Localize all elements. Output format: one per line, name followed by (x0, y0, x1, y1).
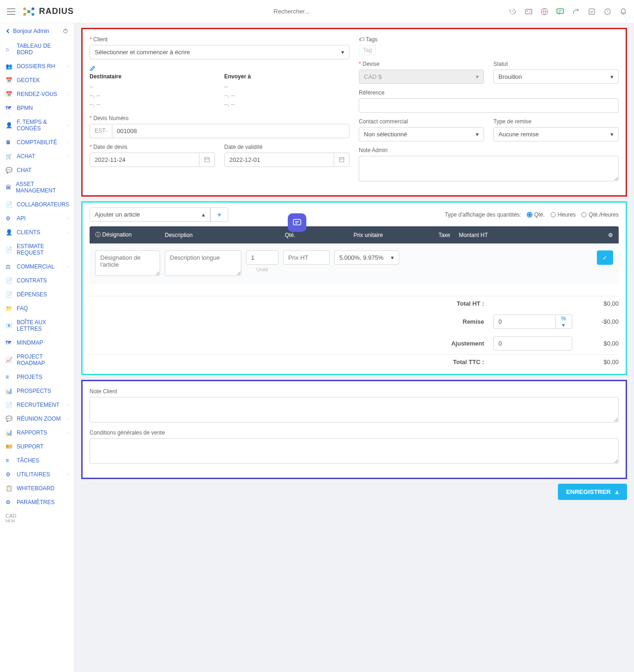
nav-item[interactable]: 👥DOSSIERS RH‹ (0, 59, 74, 73)
note-admin-input[interactable] (359, 156, 619, 181)
panel-items: Ajouter un article▴ ＋ Type d'affichage d… (81, 201, 627, 375)
nav-item[interactable]: 💬RÉUNION ZOOM‹ (0, 412, 74, 426)
radio-qty-hours[interactable]: Qté./Heures (581, 211, 619, 218)
nav-item[interactable]: ≡PROJETS (0, 370, 74, 384)
nav-item[interactable]: 📊PROSPECTS (0, 384, 74, 398)
nav-item[interactable]: 📄CONTRATS (0, 274, 74, 288)
chat-fab-icon[interactable] (288, 213, 306, 232)
nav-label: F. TEMPS & CONGÉS (17, 119, 68, 132)
globe-icon[interactable] (541, 8, 548, 15)
clock-icon[interactable] (604, 8, 611, 15)
nav-item[interactable]: ⌂TABLEAU DE BORD (0, 39, 74, 59)
nav-item[interactable]: 📧BOÎTE AUX LETTRES (0, 315, 74, 336)
nav-label: PROJETS (17, 374, 42, 380)
nav-item[interactable]: 📋WHITEBOARD (0, 481, 74, 495)
nav-item[interactable]: 🛒ACHAT‹ (0, 149, 74, 163)
chat-icon[interactable] (556, 8, 564, 15)
nav-label: BPMN (17, 105, 33, 111)
nav-item[interactable]: 📅GEOTEK (0, 73, 74, 87)
nav-icon: 📅 (6, 91, 12, 97)
status-select[interactable]: Brouillon▾ (493, 70, 619, 84)
nav-item[interactable]: 📄COLLABORATEURS‹ (0, 198, 74, 211)
contact-select[interactable]: Non sélectionné▾ (359, 127, 484, 141)
ref-input[interactable] (359, 98, 619, 113)
nav-label: API (17, 215, 26, 222)
nav-item[interactable]: ⚙PARAMÈTRES (0, 495, 74, 509)
date-valid-input[interactable] (224, 153, 334, 167)
nav-item[interactable]: ⚙UTILITAIRES‹ (0, 467, 74, 481)
bell-icon[interactable] (620, 8, 627, 15)
logo-mark-icon (22, 5, 35, 18)
tag-input[interactable]: Tag (359, 45, 376, 55)
nav-item[interactable]: 🎫SUPPORT (0, 440, 74, 454)
nav-item[interactable]: 🗺MINDMAP (0, 336, 74, 350)
save-button[interactable]: ENREGISTRER ▴ (558, 484, 627, 500)
radio-hours[interactable]: Heures (550, 211, 576, 218)
svg-rect-12 (205, 158, 209, 162)
item-price-input[interactable] (283, 250, 330, 265)
discount-input[interactable] (493, 314, 556, 329)
radio-qty[interactable]: Qté. (527, 211, 545, 218)
nav-item[interactable]: 📊RAPPORTS‹ (0, 426, 74, 440)
footer-currency: CAD (6, 513, 68, 518)
nav-item[interactable]: 🖩COMPTABILITÉ‹ (0, 135, 74, 149)
app-name: RADIUS (39, 6, 74, 16)
add-item-button[interactable]: ＋ (210, 207, 228, 222)
nav-item[interactable]: 📈PROJECT ROADMAP (0, 350, 74, 370)
date-valid-picker-icon[interactable] (334, 153, 349, 167)
caret-down-icon: ▾ (391, 254, 394, 261)
item-description-input[interactable] (165, 250, 241, 276)
nav-icon: 👤 (6, 122, 12, 128)
nav-item[interactable]: 🏛ASSET MANAGEMENT (0, 177, 74, 198)
nav-item[interactable]: ≡TÂCHES (0, 454, 74, 467)
add-item-select[interactable]: Ajouter un article▴ (90, 207, 210, 222)
date-devis-input[interactable] (90, 153, 200, 167)
edit-recipient-icon[interactable] (90, 65, 349, 71)
nav-item[interactable]: 👤F. TEMPS & CONGÉS‹ (0, 115, 74, 135)
discount-unit-button[interactable]: % ▾ (556, 314, 572, 329)
item-designation-input[interactable] (95, 250, 160, 276)
history-icon[interactable] (509, 8, 517, 15)
nav-icon: 📅 (6, 77, 12, 83)
nav-item[interactable]: ⚙API‹ (0, 211, 74, 225)
nav-item[interactable]: ⚖COMMERCIAL‹ (0, 260, 74, 274)
power-icon[interactable] (63, 28, 68, 34)
date-devis-picker-icon[interactable] (200, 153, 215, 167)
nav-item[interactable]: 📄DÉPENSES (0, 288, 74, 301)
nav-item[interactable]: 🗺BPMN (0, 101, 74, 115)
qty-display-group: Type d'affichage des quantités: Qté. Heu… (445, 211, 619, 218)
card-icon[interactable] (525, 8, 532, 15)
nav-item[interactable]: 📅RENDEZ-VOUS‹ (0, 87, 74, 101)
adjust-amount: $0,00 (582, 340, 619, 347)
subtotal-value: $0,00 (582, 300, 619, 307)
gear-icon[interactable]: ⚙ (608, 232, 613, 238)
nav-item[interactable]: 📄ESTIMATE REQUEST (0, 239, 74, 260)
item-tax-select[interactable]: 5.000%, 9.975%▾ (334, 250, 399, 265)
nav-label: RAPPORTS (17, 429, 47, 436)
menu-toggle-icon[interactable] (7, 8, 15, 15)
item-confirm-button[interactable]: ✓ (597, 250, 613, 265)
nav-item[interactable]: 📁FAQ (0, 301, 74, 315)
nav-item[interactable]: 📄RECRUTEMENT‹ (0, 398, 74, 412)
devis-num-input[interactable] (112, 124, 349, 138)
adjust-input[interactable] (493, 336, 572, 351)
share-icon[interactable] (572, 8, 580, 15)
status-label: Statut (493, 61, 619, 67)
nav-icon: 👤 (6, 229, 12, 236)
terms-input[interactable] (90, 438, 619, 464)
search-input[interactable] (245, 8, 338, 15)
nav-label: MINDMAP (17, 339, 43, 346)
check-icon[interactable] (588, 8, 595, 15)
nav-item[interactable]: 💬CHAT (0, 163, 74, 177)
note-client-input[interactable] (90, 397, 619, 422)
svg-rect-8 (557, 9, 563, 13)
item-qty-input[interactable] (246, 250, 278, 265)
caret-up-icon: ▴ (202, 211, 205, 218)
discount-type-select[interactable]: Aucune remise▾ (493, 127, 619, 141)
client-select[interactable]: Sélectionner et commencer à écrire ▾ (90, 45, 349, 59)
nav-label: TÂCHES (17, 457, 39, 464)
nav-icon: 👥 (6, 63, 12, 70)
nav-icon: 📋 (6, 485, 12, 492)
caret-down-icon: ▾ (476, 73, 479, 80)
nav-item[interactable]: 👤CLIENTS‹ (0, 225, 74, 239)
